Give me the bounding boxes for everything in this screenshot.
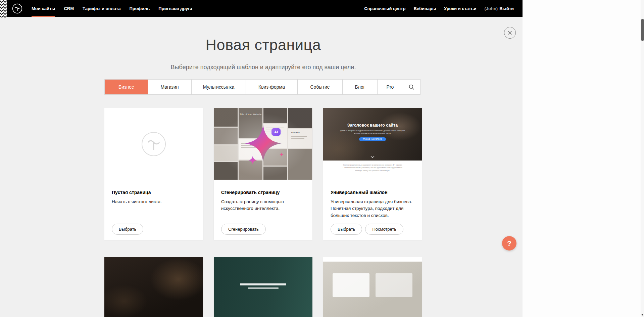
tab-pro[interactable]: Pro (378, 80, 403, 94)
template-cards-row-2 (104, 257, 422, 317)
search-icon (409, 84, 414, 90)
nav-logout[interactable]: (John) Выйти (484, 0, 514, 17)
chevron-down-icon (370, 156, 375, 158)
preview-hero: Заголовок вашего сайта Добавьте интересн… (323, 108, 422, 161)
page-subtitle: Выберите подходящий шаблон и адаптируйте… (104, 64, 422, 71)
choose-button[interactable]: Выбрать (331, 224, 362, 235)
view-button[interactable]: Посмотреть (365, 224, 403, 235)
ai-preview: Title of Your Website About us (214, 108, 312, 180)
ai-sparkle-small-icon (248, 156, 257, 165)
tab-blog[interactable]: Блог (343, 80, 378, 94)
card-description: Универсальная страница для бизнеса. Поня… (331, 198, 414, 219)
card-title: Пустая страница (112, 190, 196, 195)
preview-text-line (248, 287, 279, 289)
tab-business[interactable]: Бизнес (105, 80, 148, 94)
nav-lessons[interactable]: Уроки и статьи (444, 0, 476, 17)
tab-shop[interactable]: Магазин (148, 80, 192, 94)
ai-badge: AI (271, 128, 281, 136)
tab-search[interactable] (403, 80, 420, 94)
nav-webinars[interactable]: Вебинары (413, 0, 436, 17)
tilda-watermark-icon (141, 131, 167, 157)
template-card-partial[interactable] (104, 257, 203, 317)
tab-quiz-form[interactable]: Квиз-форма (246, 80, 298, 94)
nav-pricing[interactable]: Тарифы и оплата (83, 0, 120, 17)
template-preview-image (104, 257, 203, 317)
page-title: Новая страница (104, 36, 422, 54)
user-name: (John) (484, 6, 498, 11)
scrollbar-down-arrow[interactable] (641, 314, 643, 316)
new-page-dialog: Новая страница Выберите подходящий шабло… (104, 17, 422, 317)
preview-block (333, 273, 369, 297)
scrollbar[interactable] (641, 0, 644, 317)
choose-button[interactable]: Выбрать (112, 224, 143, 235)
nav-my-sites[interactable]: Мои сайты (32, 0, 55, 17)
ai-sparkle-tiny-icon (280, 152, 284, 156)
help-button[interactable]: ? (502, 236, 516, 251)
close-icon (508, 31, 512, 35)
zigzag-pattern (0, 0, 7, 17)
secondary-nav: Справочный центр Вебинары Уроки и статьи… (364, 0, 514, 17)
template-cards-row-1: Пустая страница Начать с чистого листа. … (104, 108, 422, 240)
preview-text-line (240, 283, 286, 285)
template-card-ai-generate[interactable]: Title of Your Website About us (214, 108, 312, 240)
scrollbar-thumb[interactable] (641, 19, 644, 41)
category-tabs: Бизнес Магазин Мультиссылка Квиз-форма С… (104, 79, 420, 95)
right-desktop-area (523, 0, 641, 317)
main-nav: Мои сайты CRM Тарифы и оплата Профиль Пр… (32, 0, 192, 17)
template-preview-image (214, 257, 312, 317)
preview-hero-title: Заголовок вашего сайта (323, 108, 422, 128)
template-card-blank[interactable]: Пустая страница Начать с чистого листа. … (104, 108, 203, 240)
preview-hero-text: Добавьте интересные подробности о вашей … (338, 129, 407, 135)
preview-body-text: Коротко представьтесь и расскажите о ком… (342, 161, 403, 172)
blank-preview (104, 108, 203, 180)
template-card-universal[interactable]: Заголовок вашего сайта Добавьте интересн… (323, 108, 422, 240)
template-card-partial[interactable] (323, 257, 422, 317)
top-navbar: Мои сайты CRM Тарифы и оплата Профиль Пр… (7, 0, 523, 17)
card-title: Сгенерировать страницу (221, 190, 305, 195)
generate-button[interactable]: Сгенерировать (221, 224, 266, 235)
universal-preview: Заголовок вашего сайта Добавьте интересн… (323, 108, 422, 181)
close-button[interactable] (504, 27, 516, 39)
screen: { "navbar": { "left_items": [ { "label":… (0, 0, 644, 317)
nav-profile[interactable]: Профиль (129, 0, 150, 17)
logout-label: Выйти (499, 6, 514, 11)
preview-block (376, 273, 412, 297)
browser-viewport: Мои сайты CRM Тарифы и оплата Профиль Пр… (0, 0, 523, 317)
nav-invite-friend[interactable]: Пригласи друга (158, 0, 192, 17)
tilda-logo-icon[interactable] (12, 3, 22, 14)
template-preview-image (323, 257, 422, 317)
preview-body: Коротко представьтесь и расскажите о ком… (323, 161, 422, 181)
tab-multilink[interactable]: Мультиссылка (192, 80, 246, 94)
nav-crm[interactable]: CRM (64, 0, 74, 17)
template-card-partial[interactable] (214, 257, 312, 317)
preview-hero-button: Призыв к действию (359, 137, 386, 141)
nav-help-center[interactable]: Справочный центр (364, 0, 405, 17)
card-description: Создать страницу с помощью искусственног… (221, 198, 305, 212)
card-title: Универсальный шаблон (331, 190, 414, 195)
card-description: Начать с чистого листа. (112, 198, 196, 205)
tab-event[interactable]: Событие (298, 80, 343, 94)
